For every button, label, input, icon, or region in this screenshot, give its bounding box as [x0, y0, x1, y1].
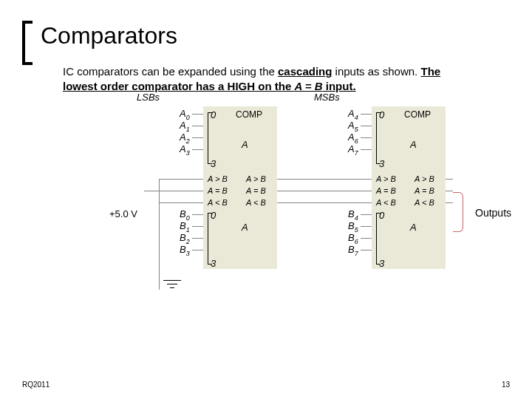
- wire-cascade-agtb: [277, 179, 372, 180]
- w: [361, 149, 372, 150]
- out-aeqb: A = B: [246, 186, 266, 195]
- bracket-a-top: [208, 112, 212, 164]
- w: [192, 214, 203, 215]
- big-a: A: [242, 139, 248, 150]
- out-agtb: A > B: [246, 174, 266, 183]
- a3-label: A3: [180, 143, 190, 157]
- wire-cascade-aeqb: [277, 191, 372, 191]
- in-altb: A < B: [208, 198, 228, 207]
- page-number: 13: [502, 381, 510, 389]
- wire-out-aeqb: [446, 191, 453, 191]
- out-agtb2: A > B: [415, 174, 434, 183]
- a2-label: A2: [180, 132, 190, 145]
- a0-label: A0: [180, 108, 190, 121]
- footer-left: RQ2011: [22, 381, 50, 389]
- comparator-chip-msb: COMP 0 A 3 A > B A > B A = B A = B A < B…: [372, 106, 446, 269]
- b3-label: B3: [180, 244, 190, 257]
- diagram: LSBs MSBs +5.0 V COMP 0 A 3 A > B A > B …: [41, 92, 502, 313]
- idx3d: 3: [379, 258, 384, 269]
- in-altb2: A < B: [376, 198, 396, 207]
- w: [192, 226, 203, 227]
- idx3: 3: [211, 158, 216, 169]
- w: [361, 126, 372, 126]
- a5-label: A5: [348, 120, 358, 133]
- w: [361, 250, 372, 250]
- w: [361, 114, 372, 115]
- w: [192, 137, 203, 138]
- title-bracket-icon: [22, 21, 33, 65]
- t6: input.: [323, 80, 356, 92]
- out-altb2: A < B: [415, 198, 434, 207]
- w: [192, 238, 203, 239]
- description-text: IC comparators can be expanded using the…: [63, 64, 502, 93]
- description: IC comparators can be expanded using the…: [63, 64, 502, 93]
- in-agtb: A > B: [208, 174, 228, 183]
- w: [192, 250, 203, 250]
- msbs-label: MSBs: [314, 92, 340, 103]
- comp-label: COMP: [236, 109, 262, 120]
- t2: cascading: [278, 65, 332, 78]
- in-agtb2: A > B: [376, 174, 396, 183]
- b5-label: B5: [348, 220, 358, 233]
- big-a4: A: [410, 222, 417, 233]
- comparator-chip-lsb: COMP 0 A 3 A > B A > B A = B A = B A < B…: [203, 106, 277, 269]
- a1-label: A1: [180, 120, 190, 133]
- idx3b: 3: [211, 258, 216, 269]
- in-aeqb: A = B: [208, 186, 228, 195]
- big-a3: A: [410, 139, 417, 150]
- comp-label2: COMP: [404, 109, 431, 120]
- wire-out-agtb: [446, 179, 453, 180]
- big-a2: A: [242, 222, 248, 233]
- a4-label: A4: [348, 108, 358, 121]
- w: [361, 214, 372, 215]
- w: [192, 114, 203, 115]
- outputs-brace-icon: [453, 192, 463, 232]
- bracket-a-bot2: [376, 213, 381, 265]
- in-aeqb2: A = B: [376, 186, 396, 195]
- b6-label: B6: [348, 232, 358, 245]
- a7-label: A7: [348, 143, 358, 157]
- idx3c: 3: [379, 158, 384, 169]
- w: [361, 226, 372, 227]
- t5: A = B: [294, 80, 322, 92]
- out-aeqb2: A = B: [415, 186, 434, 195]
- b4-label: B4: [348, 208, 358, 222]
- bracket-a-bot: [208, 213, 212, 265]
- w: [361, 137, 372, 138]
- wire-out-altb: [446, 202, 453, 203]
- wire-gnd-v: [159, 179, 160, 290]
- b1-label: B1: [180, 220, 190, 233]
- voltage-label: +5.0 V: [109, 208, 137, 219]
- wire-gnd-bot: [159, 202, 203, 203]
- slide: Comparators IC comparators can be expand…: [0, 0, 532, 399]
- lsbs-label: LSBs: [137, 92, 160, 103]
- w: [192, 126, 203, 126]
- ground-icon: [161, 280, 183, 295]
- wire-5v: [144, 191, 203, 191]
- page-title: Comparators: [41, 22, 502, 50]
- wire-gnd-top: [159, 179, 203, 180]
- t1: IC comparators can be expanded using the: [63, 65, 278, 78]
- b0-label: B0: [180, 208, 190, 222]
- w: [192, 149, 203, 150]
- bracket-a-top2: [376, 112, 381, 164]
- outputs-label: Outputs: [475, 207, 511, 219]
- b7-label: B7: [348, 244, 358, 257]
- out-altb: A < B: [246, 198, 266, 207]
- b2-label: B2: [180, 232, 190, 245]
- a6-label: A6: [348, 132, 358, 145]
- w: [361, 238, 372, 239]
- wire-cascade-altb: [277, 202, 372, 203]
- t3: inputs as shown.: [332, 65, 420, 78]
